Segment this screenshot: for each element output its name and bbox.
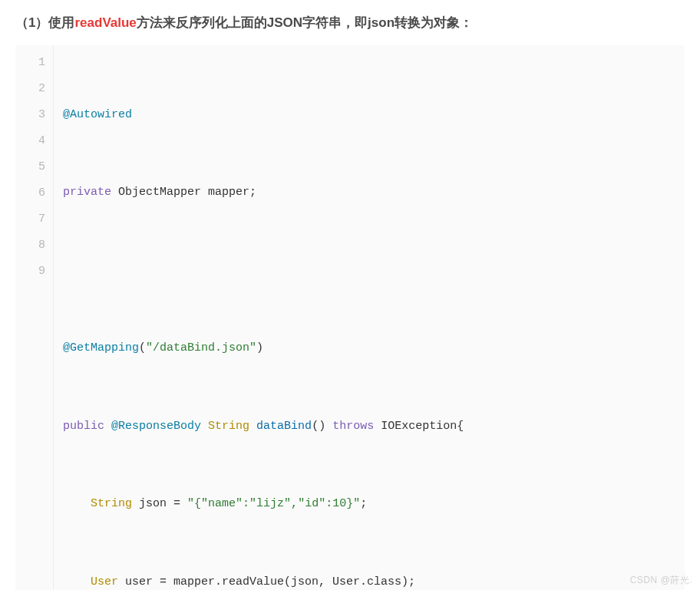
line-number: 3 <box>20 102 45 128</box>
code-block-1: 123456789 @Autowired private ObjectMappe… <box>15 45 685 590</box>
line-number: 1 <box>20 50 45 76</box>
line-number: 7 <box>20 206 45 232</box>
line-number: 4 <box>20 128 45 154</box>
section-1-suffix: 方法来反序列化上面的JSON字符串，即json转换为对象： <box>137 15 473 30</box>
section-1-heading: （1）使用readValue方法来反序列化上面的JSON字符串，即json转换为… <box>15 14 685 31</box>
code-line: User user = mapper.readValue(json, User.… <box>63 569 464 591</box>
code-1-gutter: 123456789 <box>15 45 54 590</box>
line-number: 5 <box>20 154 45 180</box>
line-number: 2 <box>20 76 45 102</box>
code-1-area: @Autowired private ObjectMapper mapper; … <box>54 45 473 590</box>
section-1-prefix: （1）使用 <box>15 15 74 30</box>
code-line: @GetMapping("/dataBind.json") <box>63 335 464 361</box>
line-number: 6 <box>20 180 45 206</box>
code-line: private ObjectMapper mapper; <box>63 180 464 206</box>
code-line: @Autowired <box>63 102 464 128</box>
section-1-highlight: readValue <box>74 15 136 30</box>
line-number: 9 <box>20 259 45 285</box>
code-line: public @ResponseBody String dataBind() t… <box>63 414 464 440</box>
watermark: CSDN @莳光. <box>630 574 692 587</box>
code-line <box>63 258 464 284</box>
line-number: 8 <box>20 232 45 259</box>
code-line: String json = "{"name":"lijz","id":10}"; <box>63 491 464 517</box>
